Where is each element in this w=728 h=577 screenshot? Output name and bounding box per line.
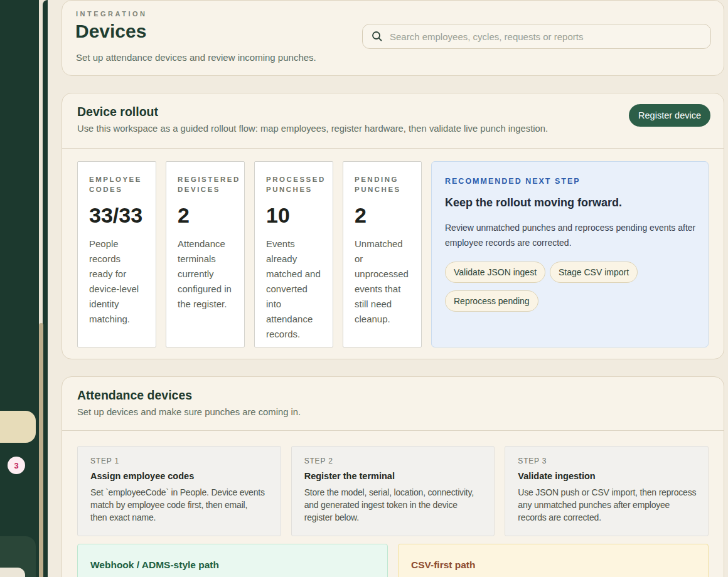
stat-description: People records ready for device-level id…: [89, 236, 144, 327]
ingestion-paths: Webhook / ADMS-style path CSV-first path: [77, 544, 709, 577]
page-subtitle: Set up attendance devices and review inc…: [76, 52, 316, 63]
sidebar-scrollbar-thumb[interactable]: [39, 323, 43, 577]
page-title: Devices: [75, 21, 146, 42]
recommendation-eyebrow: RECOMMENDED NEXT STEP: [445, 177, 700, 186]
setup-steps: STEP 1 Assign employee codes Set `employ…: [77, 446, 709, 536]
recommended-next-step-panel: RECOMMENDED NEXT STEP Keep the rollout m…: [431, 161, 709, 347]
stat-pending-punches: PENDING PUNCHES 2 Unmatched or unprocess…: [343, 161, 422, 347]
step-label: STEP 1: [90, 457, 272, 465]
device-rollout-header: Device rollout Use this workspace as a g…: [62, 93, 724, 149]
stat-registered-devices: REGISTERED DEVICES 2 Attendance terminal…: [166, 161, 245, 347]
stat-processed-punches: PROCESSED PUNCHES 10 Events already matc…: [254, 161, 333, 347]
stat-value: 2: [355, 203, 410, 228]
search-bar[interactable]: [362, 24, 711, 49]
stat-label: REGISTERED DEVICES: [178, 174, 233, 194]
stat-value: 33/33: [89, 203, 144, 228]
step-label: STEP 3: [518, 457, 699, 465]
recommendation-title: Keep the rollout moving forward.: [445, 196, 700, 209]
stat-description: Events already matched and converted int…: [266, 236, 321, 342]
stage-csv-import-button[interactable]: Stage CSV import: [550, 262, 638, 283]
stat-description: Attendance terminals currently configure…: [178, 236, 233, 312]
sidebar-item-bottom[interactable]: [0, 568, 25, 577]
step-title: Validate ingestion: [518, 471, 699, 481]
notification-badge: 3: [8, 457, 25, 474]
device-rollout-body: EMPLOYEE CODES 33/33 People records read…: [62, 149, 724, 359]
attendance-devices-card: Attendance devices Set up devices and ma…: [62, 376, 724, 577]
step-title: Assign employee codes: [90, 471, 272, 481]
webhook-path-card: Webhook / ADMS-style path: [77, 544, 388, 577]
search-input[interactable]: [390, 31, 691, 42]
reprocess-pending-button[interactable]: Reprocess pending: [445, 290, 538, 312]
device-rollout-title: Device rollout: [77, 105, 709, 119]
attendance-devices-title: Attendance devices: [77, 388, 709, 403]
sidebar-background: [0, 0, 39, 577]
sidebar-rail: [43, 0, 48, 577]
stat-description: Unmatched or unprocessed events that sti…: [355, 236, 410, 327]
recommendation-body: Review unmatched punches and reprocess p…: [445, 220, 700, 250]
csv-path-title: CSV-first path: [411, 559, 695, 571]
stat-label: EMPLOYEE CODES: [89, 174, 144, 194]
page-header-card: INTEGRATION Devices Set up attendance de…: [62, 0, 724, 76]
stat-label: PENDING PUNCHES: [355, 174, 410, 194]
stat-value: 10: [266, 203, 321, 228]
step-body: Store the model, serial, location, conne…: [304, 486, 486, 524]
step-2-card: STEP 2 Register the terminal Store the m…: [291, 446, 495, 536]
validate-json-ingest-button[interactable]: Validate JSON ingest: [445, 262, 545, 283]
step-body: Use JSON push or CSV import, then reproc…: [518, 486, 699, 524]
webhook-path-title: Webhook / ADMS-style path: [90, 559, 375, 571]
step-body: Set `employeeCode` in People. Device eve…: [90, 486, 265, 524]
attendance-devices-subtitle: Set up devices and make sure punches are…: [77, 407, 709, 417]
sidebar: 3: [0, 0, 48, 577]
attendance-devices-body: STEP 1 Assign employee codes Set `employ…: [62, 431, 724, 577]
recommendation-actions: Validate JSON ingest Stage CSV import Re…: [445, 262, 696, 312]
step-title: Register the terminal: [304, 471, 486, 481]
attendance-devices-header: Attendance devices Set up devices and ma…: [62, 377, 724, 431]
main-content: INTEGRATION Devices Set up attendance de…: [48, 0, 728, 577]
page-eyebrow: INTEGRATION: [76, 10, 147, 18]
sidebar-item-active[interactable]: [0, 411, 36, 443]
step-3-card: STEP 3 Validate ingestion Use JSON push …: [505, 446, 709, 536]
step-1-card: STEP 1 Assign employee codes Set `employ…: [77, 446, 281, 536]
stat-employee-codes: EMPLOYEE CODES 33/33 People records read…: [77, 161, 156, 347]
stat-label: PROCESSED PUNCHES: [266, 174, 321, 194]
search-icon: [372, 31, 383, 42]
device-rollout-card: Device rollout Use this workspace as a g…: [62, 93, 724, 359]
register-device-button[interactable]: Register device: [629, 104, 710, 127]
step-label: STEP 2: [304, 457, 486, 465]
device-rollout-subtitle: Use this workspace as a guided rollout f…: [77, 124, 709, 134]
csv-path-card: CSV-first path: [398, 544, 709, 577]
stat-value: 2: [178, 203, 233, 228]
